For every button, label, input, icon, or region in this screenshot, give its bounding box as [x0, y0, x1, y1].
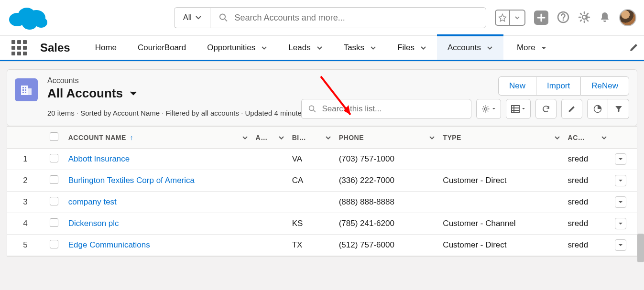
- cell-checkbox[interactable]: [44, 149, 65, 170]
- nav-item-home[interactable]: Home: [85, 36, 127, 60]
- global-add-button[interactable]: [534, 11, 548, 25]
- cell-owner: sredd: [564, 192, 611, 213]
- nav-more[interactable]: More: [506, 36, 557, 60]
- row-action-menu[interactable]: [615, 175, 626, 186]
- col-2[interactable]: BI…: [288, 127, 335, 149]
- checkbox[interactable]: [50, 240, 58, 248]
- cell-checkbox[interactable]: [44, 235, 65, 256]
- account-link[interactable]: Abbott Insurance: [68, 154, 130, 163]
- refresh-button[interactable]: [535, 99, 557, 119]
- cell-a: [252, 192, 288, 213]
- account-link[interactable]: company test: [68, 197, 117, 206]
- svg-line-19: [314, 110, 316, 112]
- cell-checkbox[interactable]: [44, 192, 65, 213]
- list-search-box[interactable]: [301, 99, 471, 119]
- chevron-down-icon[interactable]: [420, 46, 426, 50]
- renew-button[interactable]: ReNew: [580, 76, 629, 96]
- edit-nav-pencil-icon[interactable]: [629, 42, 639, 54]
- row-action-menu[interactable]: [615, 239, 626, 251]
- setup-gear-icon[interactable]: [578, 11, 590, 25]
- cell-rownum: 5: [7, 235, 44, 256]
- caret-down-icon[interactable]: [510, 11, 524, 25]
- col-0[interactable]: ACCOUNT NAME↑: [65, 127, 252, 149]
- nav-item-accounts[interactable]: Accounts: [437, 36, 503, 60]
- caret-down-icon: [130, 91, 137, 96]
- chart-filter-group: [587, 99, 629, 119]
- row-action-menu[interactable]: [615, 196, 626, 208]
- user-avatar[interactable]: [619, 9, 636, 26]
- col-1[interactable]: A…: [252, 127, 288, 149]
- chevron-down-icon[interactable]: [317, 46, 323, 50]
- table-row: 2Burlington Textiles Corp of AmericaCA(3…: [7, 170, 637, 192]
- nav-item-opportunities[interactable]: Opportunities: [196, 36, 278, 60]
- nav-item-courierboard[interactable]: CourierBoard: [127, 36, 196, 60]
- nav-item-label: Tasks: [344, 43, 364, 53]
- favorites-split-button[interactable]: [495, 10, 525, 26]
- cell-phone: (785) 241-6200: [335, 213, 439, 235]
- cell-checkbox[interactable]: [44, 170, 65, 192]
- col-select-all[interactable]: [44, 127, 65, 149]
- app-launcher-icon[interactable]: [11, 40, 27, 55]
- cell-type: Customer - Direct: [439, 235, 564, 256]
- caret-down-icon: [492, 107, 496, 110]
- search-scope-select[interactable]: All: [174, 7, 210, 28]
- cell-rownum: 2: [7, 170, 44, 192]
- cell-a: [252, 149, 288, 170]
- col-5[interactable]: AC…: [564, 127, 611, 149]
- list-name: All Accounts: [47, 86, 123, 101]
- checkbox[interactable]: [50, 154, 58, 162]
- notifications-bell-icon[interactable]: [599, 11, 611, 25]
- list-name-picker[interactable]: All Accounts: [47, 86, 319, 101]
- chevron-down-icon[interactable]: [261, 46, 267, 50]
- col-4[interactable]: TYPE: [439, 127, 564, 149]
- chevron-down-icon[interactable]: [370, 46, 376, 50]
- search-icon: [308, 105, 316, 113]
- cell-checkbox[interactable]: [44, 213, 65, 235]
- cell-rownum: 4: [7, 213, 44, 235]
- help-icon[interactable]: [557, 11, 569, 25]
- cell-owner: sredd: [564, 213, 611, 235]
- checkbox[interactable]: [50, 218, 58, 227]
- nav-item-leads[interactable]: Leads: [278, 36, 333, 60]
- nav-item-files[interactable]: Files: [387, 36, 437, 60]
- nav-item-label: Home: [95, 43, 117, 53]
- col-3[interactable]: PHONE: [335, 127, 439, 149]
- filter-button[interactable]: [608, 99, 629, 119]
- global-search: All: [174, 7, 486, 28]
- nav-item-label: CourierBoard: [138, 43, 186, 53]
- checkbox[interactable]: [50, 132, 58, 141]
- row-action-menu[interactable]: [615, 153, 626, 165]
- account-link[interactable]: Edge Communications: [68, 240, 150, 249]
- cell-type: [439, 149, 564, 170]
- star-icon[interactable]: [496, 11, 510, 25]
- salesforce-logo-icon[interactable]: [8, 3, 50, 32]
- list-settings-gear-button[interactable]: [476, 99, 501, 119]
- global-search-box[interactable]: [210, 7, 486, 28]
- caret-down-icon: [196, 16, 201, 20]
- cell-actions: [611, 213, 637, 235]
- col-rownum[interactable]: [7, 127, 44, 149]
- list-search-input[interactable]: [322, 104, 464, 114]
- cell-state: KS: [288, 213, 335, 235]
- col-actions[interactable]: [611, 127, 637, 149]
- chart-button[interactable]: [587, 99, 608, 119]
- row-action-menu[interactable]: [615, 218, 626, 229]
- cell-owner: sredd: [564, 235, 611, 256]
- svg-point-4: [35, 17, 47, 28]
- account-link[interactable]: Dickenson plc: [68, 219, 119, 228]
- svg-rect-21: [512, 106, 519, 112]
- checkbox[interactable]: [50, 197, 58, 205]
- display-as-button[interactable]: [506, 99, 531, 119]
- chevron-down-icon[interactable]: [487, 46, 493, 50]
- svg-rect-17: [25, 92, 26, 93]
- cell-a: [252, 170, 288, 192]
- global-search-input[interactable]: [235, 13, 477, 23]
- inline-edit-button[interactable]: [561, 99, 582, 119]
- account-link[interactable]: Burlington Textiles Corp of America: [68, 176, 195, 185]
- vertical-scrollbar[interactable]: [637, 234, 644, 262]
- import-button[interactable]: Import: [536, 76, 580, 96]
- new-button[interactable]: New: [498, 76, 536, 96]
- checkbox[interactable]: [50, 175, 58, 184]
- nav-item-tasks[interactable]: Tasks: [333, 36, 387, 60]
- cell-a: [252, 235, 288, 256]
